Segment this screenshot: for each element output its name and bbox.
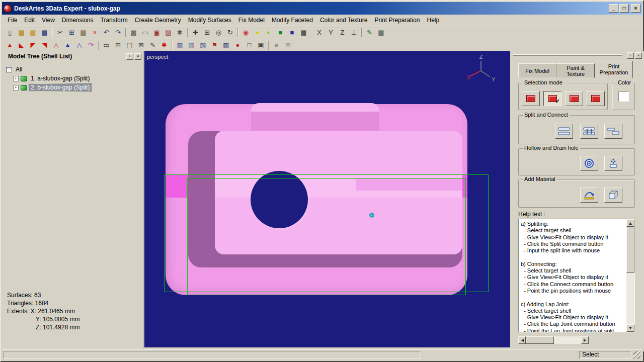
tab-fix-model[interactable]: Fix Model [518, 63, 556, 78]
scroll-up-button[interactable] [626, 219, 634, 227]
zoom-icon[interactable]: ◎ [213, 27, 224, 38]
copy-icon[interactable]: ⊞ [66, 27, 77, 38]
select-shell-button[interactable] [565, 91, 583, 106]
menu-print-preparation[interactable]: Print Preparation [371, 15, 423, 25]
minimize-button[interactable]: _ [609, 4, 618, 13]
color-swatch-button[interactable] [618, 92, 629, 102]
panel-close-button[interactable]: × [635, 52, 642, 59]
add-material-block-button[interactable] [604, 188, 622, 203]
viewport-3d[interactable]: perspect Z X Y [144, 51, 510, 347]
slope-check-icon[interactable]: ✎ [364, 27, 375, 38]
open-file-icon[interactable]: ▤ [16, 27, 27, 38]
delete-icon[interactable]: × [89, 27, 101, 38]
tree-item-label-selected[interactable]: 2. b-slubox-gap (Split) [29, 84, 91, 91]
cube-blue-icon[interactable]: ■ [286, 27, 298, 38]
view-z-icon[interactable]: Z [337, 27, 348, 38]
redo-icon[interactable]: ↷ [112, 27, 124, 38]
screen-c-icon[interactable]: ▧ [197, 40, 209, 50]
close-button[interactable]: × [631, 4, 640, 13]
save-icon[interactable]: ▦ [39, 27, 50, 38]
scroll-down-button[interactable] [626, 324, 634, 332]
menu-color-and-texture[interactable]: Color and Texture [316, 15, 371, 25]
new-file-icon[interactable]: ▯ [4, 27, 16, 38]
open-folder-icon[interactable]: ▤ [27, 27, 39, 38]
select-group-button[interactable] [587, 91, 605, 106]
fit-object-icon[interactable]: ◉ [240, 27, 252, 38]
scroll-right-button[interactable] [581, 336, 589, 344]
menu-create-geometry[interactable]: Create Geometry [131, 15, 185, 25]
mark-star-icon[interactable]: ✱ [158, 40, 170, 50]
tab-paint-texture[interactable]: Paint & Texture [556, 63, 595, 78]
help-vertical-scrollbar[interactable] [626, 219, 634, 332]
wire-box-icon[interactable]: □ [244, 40, 255, 50]
shell-stack-icon[interactable]: ▤ [124, 40, 135, 50]
shaded-view-icon[interactable]: ▣ [151, 27, 163, 38]
panel-dock-button[interactable]: ▫ [126, 53, 133, 60]
scrollbar-thumb[interactable] [626, 227, 634, 273]
menu-modify-surfaces[interactable]: Modify Surfaces [185, 15, 235, 25]
menu-file[interactable]: File [4, 15, 21, 25]
chart-icon[interactable]: ▥ [220, 40, 232, 50]
print-icon[interactable]: ▤ [375, 27, 387, 38]
menu-view[interactable]: View [38, 15, 58, 25]
menu-transform[interactable]: Transform [97, 15, 131, 25]
view-iso-icon[interactable]: ⊥ [348, 27, 360, 38]
blob-icon[interactable]: ● [232, 40, 244, 50]
repair-gaps-icon[interactable]: ◤ [27, 40, 39, 50]
scroll-left-button[interactable] [518, 336, 526, 344]
axis-box-icon[interactable]: ⊠ [135, 40, 147, 50]
capture-icon[interactable]: ▣ [255, 40, 267, 50]
rotate-view-icon[interactable]: ↻ [224, 27, 236, 38]
tree-item-label[interactable]: All [14, 66, 24, 73]
lap-joint-button[interactable] [604, 124, 622, 139]
repair-overlaps-icon[interactable]: ◥ [39, 40, 50, 50]
connect-button[interactable] [580, 124, 598, 139]
zoom-window-icon[interactable]: ⊞ [201, 27, 213, 38]
panel-drag-handle[interactable] [513, 54, 622, 56]
flag-icon[interactable]: ⚑ [209, 40, 220, 50]
box-tool-icon[interactable]: ▭ [101, 40, 112, 50]
select-triangles-button[interactable] [522, 91, 540, 106]
view-x-icon[interactable]: X [313, 27, 325, 38]
tree-item-all[interactable]: All [6, 65, 141, 74]
snowflake-icon[interactable]: ✱ [174, 27, 186, 38]
drain-hole-button[interactable] [604, 156, 622, 171]
repair-shell-icon[interactable]: ▲ [4, 40, 16, 50]
cut-icon[interactable]: ✂ [54, 27, 66, 38]
menu-fix-model[interactable]: Fix Model [235, 15, 268, 25]
split-button[interactable] [555, 124, 573, 139]
close-disabled-icon[interactable]: ⊠ [282, 40, 294, 50]
paste-icon[interactable]: ▤ [77, 27, 89, 38]
repair-orientation-icon[interactable]: ◣ [16, 40, 27, 50]
grid-icon[interactable]: ▦ [298, 27, 309, 38]
panel-close-button[interactable]: × [134, 53, 141, 60]
panel-horizontal-scrollbar[interactable] [518, 336, 589, 344]
textured-view-icon[interactable]: ▨ [163, 27, 174, 38]
pattern-view-icon[interactable]: ▩ [128, 27, 139, 38]
repair-holes-icon[interactable]: △ [50, 40, 62, 50]
add-material-surface-button[interactable] [580, 188, 598, 203]
box-corner-icon[interactable]: ⊞ [112, 40, 124, 50]
menu-dimensions[interactable]: Dimensions [58, 15, 97, 25]
expand-icon[interactable]: + [13, 85, 19, 90]
screen-b-icon[interactable]: ▦ [186, 40, 197, 50]
tree-item-shell-b[interactable]: + 2. b-slubox-gap (Split) [6, 83, 141, 92]
edit-pencil-icon[interactable]: ✎ [147, 40, 158, 50]
scrollbar-thumb[interactable] [526, 336, 554, 344]
shading-toggle-icon[interactable]: ◐ [263, 27, 275, 38]
cube-green-icon[interactable]: ■ [275, 27, 286, 38]
menu-modify-faceted[interactable]: Modify Faceted [268, 15, 316, 25]
cube-disabled-icon[interactable]: ■ [271, 40, 282, 50]
curve-edit-icon[interactable]: ↷ [85, 40, 97, 50]
tree-item-shell-a[interactable]: + 1. a-slubox-gap (Split) [6, 74, 141, 83]
hollow-button[interactable] [580, 156, 598, 171]
menu-edit[interactable]: Edit [21, 15, 38, 25]
select-surface-button[interactable]: ✓ [543, 91, 561, 106]
panel-dock-button[interactable]: ▫ [627, 52, 634, 59]
expand-icon[interactable]: + [13, 76, 19, 81]
analyze-triangles-icon[interactable]: ▲ [62, 40, 73, 50]
model-slubox-gap[interactable] [144, 51, 510, 347]
menu-help[interactable]: Help [423, 15, 443, 25]
undo-icon[interactable]: ↶ [101, 27, 112, 38]
maximize-button[interactable]: □ [619, 4, 629, 13]
